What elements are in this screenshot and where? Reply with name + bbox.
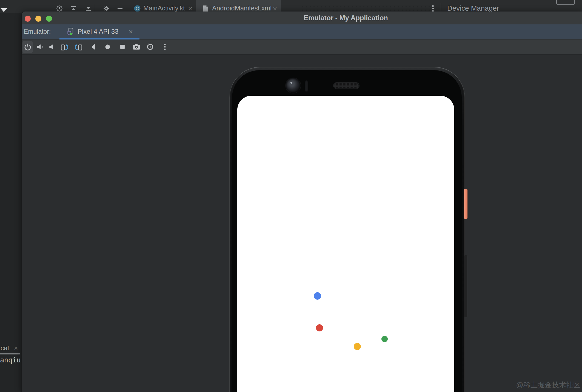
kebab-menu-icon: [160, 42, 170, 52]
rotate-clockwise-button[interactable]: [73, 41, 84, 53]
phone-volume-button[interactable]: [464, 255, 467, 317]
rotate-counterclockwise-button[interactable]: [59, 41, 70, 53]
phone-power-button[interactable]: [464, 189, 467, 219]
window-title: Emulator - My Application: [304, 14, 388, 22]
editor-tab-mainactivity[interactable]: C MainActivity.kt ✕: [128, 0, 196, 13]
minimize-window-button[interactable]: [35, 16, 41, 22]
device-tab-bar: Emulator: Pixel 4 API 33 ✕: [22, 24, 582, 39]
volume-down-button[interactable]: [47, 41, 57, 53]
home-button[interactable]: [102, 41, 113, 53]
console-tab-label: cal: [1, 344, 9, 352]
close-window-button[interactable]: [25, 16, 31, 22]
xml-file-icon: [202, 5, 209, 12]
console-tab[interactable]: cal ✕: [0, 344, 21, 353]
history-icon[interactable]: [56, 5, 63, 12]
phone-screen[interactable]: [237, 96, 454, 392]
snapshots-icon: [145, 42, 155, 52]
power-icon: [23, 42, 32, 52]
editor-tab-label: AndroidManifest.xml: [212, 4, 272, 12]
more-options-button[interactable]: [160, 41, 170, 53]
red-dot: [316, 324, 323, 331]
yellow-dot: [354, 343, 361, 350]
pixel4-device-frame: [229, 67, 465, 392]
panel-divider: [441, 3, 441, 13]
kotlin-class-icon: C: [134, 5, 141, 12]
home-icon: [103, 42, 112, 52]
back-button[interactable]: [88, 41, 99, 53]
back-icon: [89, 42, 98, 52]
emulator-toolbar: [22, 39, 582, 55]
screenshot-root: C MainActivity.kt ✕ AndroidManifest.xml …: [0, 0, 582, 392]
hide-icon[interactable]: [116, 5, 124, 12]
overview-icon: [118, 42, 127, 52]
panel-button-outline[interactable]: [556, 0, 575, 5]
front-camera: [286, 78, 301, 93]
virtual-device-icon: [67, 27, 75, 36]
power-button[interactable]: [22, 41, 33, 53]
screenshot-button[interactable]: [131, 41, 142, 53]
scroll-to-top-icon[interactable]: [70, 5, 77, 12]
overview-button[interactable]: [117, 41, 128, 53]
close-icon[interactable]: ✕: [188, 5, 193, 12]
green-dot: [381, 336, 388, 342]
toolbar-divider: [95, 4, 95, 12]
console-log-text: anqiu: [0, 356, 21, 364]
snapshots-button[interactable]: [145, 41, 155, 53]
emulator-window: Emulator - My Application Emulator: Pixe…: [21, 12, 582, 392]
editor-tab-androidmanifest[interactable]: AndroidManifest.xml ✕: [196, 0, 281, 13]
zoom-window-button[interactable]: [46, 16, 52, 22]
window-titlebar[interactable]: Emulator - My Application: [22, 12, 582, 24]
watermark: @稀土掘金技术社区: [516, 380, 580, 390]
emulator-label: Emulator:: [24, 28, 51, 35]
volume-up-button[interactable]: [35, 41, 45, 53]
proximity-sensor: [305, 81, 308, 92]
blue-dot: [314, 292, 321, 300]
volume-up-icon: [36, 42, 45, 52]
svg-text:C: C: [136, 6, 139, 11]
editor-tab-label: MainActivity.kt: [143, 4, 185, 12]
scroll-to-bottom-icon[interactable]: [85, 5, 92, 12]
emulator-display-panel: [22, 55, 582, 392]
settings-gear-icon[interactable]: [103, 5, 110, 12]
volume-down-icon: [47, 42, 57, 52]
ide-background-left: cal ✕ anqiu: [0, 13, 21, 392]
close-icon[interactable]: ✕: [14, 345, 18, 351]
device-tab-label: Pixel 4 API 33: [78, 28, 118, 35]
earpiece-speaker: [333, 82, 360, 89]
console-tab-underline: [0, 353, 20, 354]
device-tab-pixel4[interactable]: Pixel 4 API 33 ✕: [59, 24, 139, 39]
close-icon[interactable]: ✕: [129, 29, 133, 35]
rotate-clockwise-icon: [74, 42, 83, 52]
ide-background-toolbar: C MainActivity.kt ✕ AndroidManifest.xml …: [0, 0, 582, 13]
rotate-counterclockwise-icon: [60, 42, 69, 52]
chevron-down-icon[interactable]: [1, 8, 7, 12]
close-icon[interactable]: ✕: [273, 5, 277, 12]
camera-icon: [132, 42, 141, 52]
